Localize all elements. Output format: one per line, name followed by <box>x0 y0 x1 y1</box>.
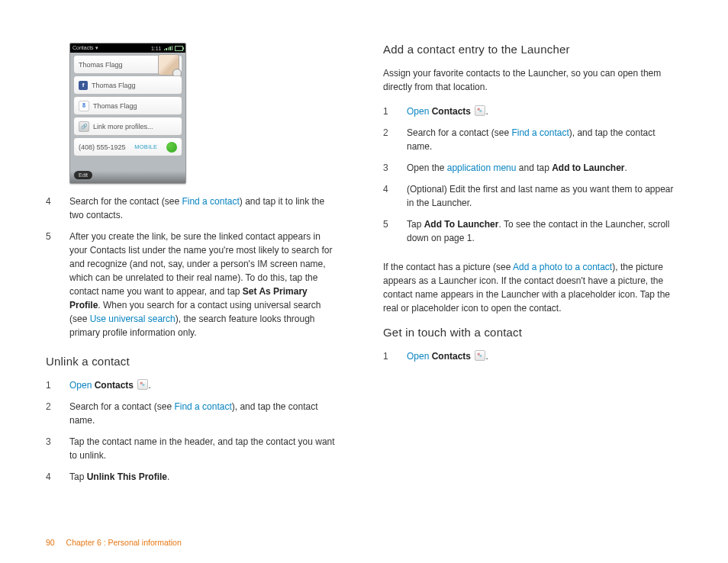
get-in-touch-heading: Get in touch with a contact <box>383 326 678 339</box>
add-launcher-intro: Assign your favorite contacts to the Lau… <box>383 66 678 94</box>
find-a-contact-link[interactable]: Find a contact <box>182 196 239 207</box>
link-steps-continued: 4 Search for the contact (see Find a con… <box>46 195 340 339</box>
contacts-bold: Contacts <box>429 351 471 362</box>
add-to-launcher-bold: Add to Launcher <box>552 162 624 173</box>
contacts-app-icon <box>475 350 485 361</box>
add-launcher-heading: Add a contact entry to the Launcher <box>383 43 678 56</box>
step-text: Search for a contact (see Find a contact… <box>69 400 340 427</box>
unlink-steps: 1 Open Contacts . 2 Search for a contact… <box>46 378 340 484</box>
step-number: 3 <box>383 161 407 175</box>
unlink-this-profile-bold: Unlink This Profile <box>87 471 167 482</box>
step-number: 1 <box>46 378 69 392</box>
screenshot-contact-row: Thomas Flagg <box>73 55 182 74</box>
step-number: 4 <box>46 470 69 484</box>
contacts-app-icon <box>137 379 148 390</box>
step-number: 3 <box>46 435 69 462</box>
step-item: 2 Search for a contact (see Find a conta… <box>383 126 678 153</box>
step-item: 1 Open Contacts . <box>46 378 340 392</box>
step-text: Open the application menu and tap Add to… <box>407 161 678 175</box>
get-in-touch-steps: 1 Open Contacts . <box>383 349 678 363</box>
application-menu-link[interactable]: application menu <box>447 162 517 173</box>
step-number: 5 <box>383 217 407 245</box>
add-to-launcher-bold: Add To Launcher <box>424 219 499 230</box>
step-item: 3 Open the application menu and tap Add … <box>383 161 678 175</box>
find-a-contact-link[interactable]: Find a contact <box>511 127 569 138</box>
right-column: Add a contact entry to the Launcher Assi… <box>383 43 678 499</box>
step-item: 3 Tap the contact name in the header, an… <box>46 435 340 462</box>
screenshot-mobile-label: MOBILE <box>134 143 157 150</box>
link-icon <box>79 121 89 132</box>
add-photo-link[interactable]: Add a photo to a contact <box>513 262 612 272</box>
screenshot-link-more-text: Link more profiles... <box>93 123 153 130</box>
open-link[interactable]: Open <box>407 106 429 117</box>
page-number: 90 <box>46 538 55 547</box>
contacts-app-icon <box>475 105 485 116</box>
step-number: 2 <box>383 126 407 153</box>
step-text: Open Contacts . <box>69 378 340 392</box>
step-text: Tap Unlink This Profile. <box>69 470 340 484</box>
step-item: 5 Tap Add To Launcher. To see the contac… <box>383 217 678 245</box>
step-text: After you create the link, be sure the l… <box>69 230 340 339</box>
step-number: 2 <box>46 400 69 427</box>
screenshot-time: 1:11 <box>151 46 162 51</box>
step-number: 1 <box>383 349 407 363</box>
open-link[interactable]: Open <box>69 380 92 391</box>
page-footer: 90 Chapter 6 : Personal information <box>46 538 182 547</box>
screenshot-link-more-row: Link more profiles... <box>73 117 182 136</box>
phone-call-icon <box>166 142 177 153</box>
screenshot-phone-number: (408) 555-1925 <box>79 143 126 151</box>
phone-screenshot: Contacts ▾ 1:11 Thomas Flagg <box>69 43 186 184</box>
left-column: Contacts ▾ 1:11 Thomas Flagg <box>46 43 340 499</box>
contacts-bold: Contacts <box>429 106 471 117</box>
step-text: Tap Add To Launcher. To see the contact … <box>407 217 678 245</box>
page: Contacts ▾ 1:11 Thomas Flagg <box>0 0 728 499</box>
step-number: 1 <box>383 105 407 118</box>
unlink-heading: Unlink a contact <box>46 355 340 368</box>
launcher-picture-note: If the contact has a picture (see Add a … <box>383 260 678 315</box>
use-universal-search-link[interactable]: Use universal search <box>90 314 176 324</box>
step-text: Search for the contact (see Find a conta… <box>69 195 340 222</box>
step-text: Open Contacts . <box>407 105 678 118</box>
screenshot-contact-name: Thomas Flagg <box>93 102 137 110</box>
step-item: 4 Search for the contact (see Find a con… <box>46 195 340 222</box>
screenshot-contact-row: f Thomas Flagg <box>73 76 182 95</box>
screenshot-contact-name: Thomas Flagg <box>79 61 123 69</box>
open-link[interactable]: Open <box>407 351 429 362</box>
step-item: 5 After you create the link, be sure the… <box>46 230 340 339</box>
contact-photo-icon <box>158 54 179 76</box>
screenshot-contact-row: Thomas Flagg <box>73 96 182 115</box>
step-text: Tap the contact name in the header, and … <box>69 435 340 462</box>
signal-bars-icon <box>164 46 173 50</box>
add-launcher-steps: 1 Open Contacts . 2 Search for a contact… <box>383 105 678 245</box>
step-number: 4 <box>46 195 69 222</box>
step-text: Search for a contact (see Find a contact… <box>407 126 678 153</box>
step-text: (Optional) Edit the first and last name … <box>407 182 678 210</box>
chapter-label: Chapter 6 : Personal information <box>66 538 182 547</box>
screenshot-phone-row: (408) 555-1925 MOBILE <box>73 137 182 156</box>
screenshot-contact-name: Thomas Flagg <box>92 82 136 89</box>
battery-icon <box>175 46 183 51</box>
find-a-contact-link[interactable]: Find a contact <box>174 401 231 412</box>
step-number: 5 <box>46 230 69 339</box>
screenshot-body: Thomas Flagg f Thomas Flagg Thomas Flagg… <box>70 53 185 156</box>
screenshot-app-title: Contacts ▾ <box>72 45 98 51</box>
step-item: 2 Search for a contact (see Find a conta… <box>46 400 340 427</box>
step-item: 1 Open Contacts . <box>383 349 678 363</box>
screenshot-statusbar: Contacts ▾ 1:11 <box>70 43 185 53</box>
step-text: Open Contacts . <box>407 349 678 363</box>
contacts-bold: Contacts <box>92 380 134 391</box>
google-icon <box>79 101 89 111</box>
screenshot-edit-button: Edit <box>74 171 92 179</box>
step-number: 4 <box>383 182 407 210</box>
facebook-icon: f <box>79 81 88 90</box>
step-item: 1 Open Contacts . <box>383 105 678 118</box>
step-item: 4 (Optional) Edit the first and last nam… <box>383 182 678 210</box>
step-item: 4 Tap Unlink This Profile. <box>46 470 340 484</box>
